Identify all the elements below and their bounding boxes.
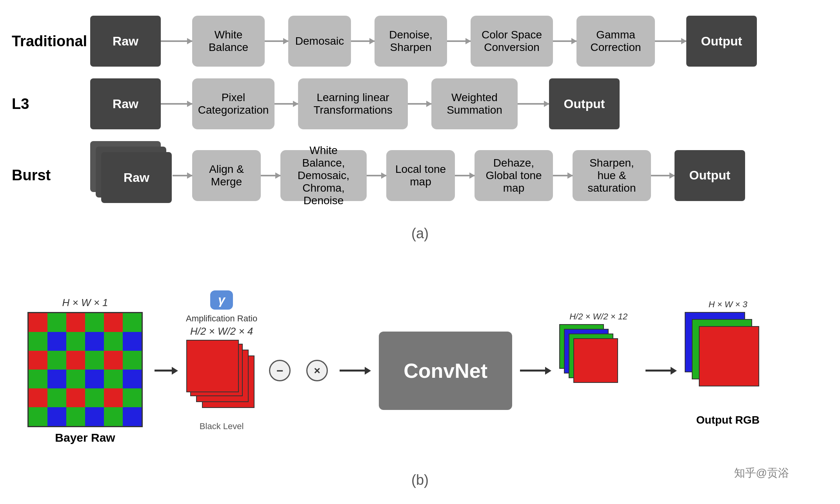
cell-rg-r1c6 bbox=[123, 313, 142, 332]
convnet-box: ConvNet bbox=[379, 332, 512, 410]
cell-rg-r1c1 bbox=[29, 313, 47, 332]
demosaic-box: Demosaic bbox=[288, 16, 351, 67]
color-space-box: Color SpaceConversion bbox=[471, 16, 553, 67]
out2-label: H × W × 3 bbox=[709, 299, 747, 310]
bayer-grid bbox=[27, 312, 143, 427]
cell-r3c1 bbox=[29, 351, 47, 370]
watermark: 知乎@贡浴 bbox=[734, 466, 789, 480]
arrow-1 bbox=[161, 40, 192, 42]
l3-arrow-2 bbox=[275, 103, 298, 105]
times-section: × bbox=[306, 360, 328, 381]
part-a-caption: (a) bbox=[12, 225, 828, 242]
arrow-out1-to-out2 bbox=[645, 367, 677, 375]
bayer-top-label: H × W × 1 bbox=[62, 297, 108, 309]
part-b-section: H × W × 1 bbox=[12, 254, 828, 492]
pixel-cat-box: PixelCategorization bbox=[192, 78, 275, 129]
arrow-line-1 bbox=[155, 370, 172, 372]
burst-arrow-5 bbox=[553, 175, 573, 176]
burst-stack: Raw bbox=[90, 141, 176, 210]
cell-r5c4 bbox=[85, 388, 104, 407]
times-op: × bbox=[306, 360, 328, 381]
burst-arrow-6 bbox=[651, 175, 675, 176]
cell-r4c4 bbox=[85, 370, 104, 388]
burst-stack-front: Raw bbox=[101, 152, 172, 203]
burst-arrow-1 bbox=[173, 175, 192, 176]
white-balance-box: WhiteBalance bbox=[192, 16, 265, 67]
arrow-head-4 bbox=[671, 367, 677, 375]
cell-r5c5 bbox=[104, 388, 123, 407]
arrow-line-3 bbox=[520, 370, 545, 372]
arrow-head-3 bbox=[545, 367, 551, 375]
arrow-4 bbox=[447, 40, 471, 42]
arrow-6 bbox=[655, 40, 686, 42]
cell-gb-r2c1 bbox=[29, 332, 47, 351]
arrow-line-2 bbox=[340, 370, 365, 372]
cell-r6c4 bbox=[85, 407, 104, 426]
amp-ratio-label: Amplification Ratio bbox=[186, 314, 257, 324]
out1-label: H/2 × W/2 × 12 bbox=[569, 312, 627, 322]
l3-arrow-1 bbox=[161, 103, 192, 105]
traditional-row: Traditional Raw WhiteBalance Demosaic De… bbox=[12, 16, 828, 67]
burst-arrow-2 bbox=[261, 175, 280, 176]
small-stack-top-label: H/2 × W/2 × 4 bbox=[190, 325, 253, 337]
diagram-b-container: H × W × 1 bbox=[12, 265, 828, 468]
cell-r5c2 bbox=[47, 388, 66, 407]
arrow-5 bbox=[553, 40, 576, 42]
burst-arrow-3 bbox=[367, 175, 386, 176]
weighted-sum-box: WeightedSummation bbox=[431, 78, 518, 129]
gamma-badge: γ bbox=[210, 290, 233, 310]
cell-r4c2 bbox=[47, 370, 66, 388]
arrow-line-4 bbox=[645, 370, 671, 372]
small-stack bbox=[186, 340, 257, 418]
traditional-raw-box: Raw bbox=[90, 16, 161, 67]
arrow-3 bbox=[351, 40, 375, 42]
burst-label: Burst bbox=[12, 167, 90, 184]
learning-linear-box: Learning linearTransformations bbox=[298, 78, 408, 129]
l3-raw-box: Raw bbox=[90, 78, 161, 129]
main-container: Traditional Raw WhiteBalance Demosaic De… bbox=[0, 0, 840, 500]
cell-rg-r1c4 bbox=[85, 313, 104, 332]
arrow-to-convnet bbox=[340, 367, 371, 375]
out2-stack bbox=[685, 312, 771, 410]
cell-r3c2 bbox=[47, 351, 66, 370]
out1-r-front bbox=[573, 338, 618, 383]
minus-op: − bbox=[269, 360, 291, 381]
denoise-sharpen-box: Denoise,Sharpen bbox=[375, 16, 447, 67]
burst-output-box: Output bbox=[675, 150, 745, 201]
wb-demosaic-box: White Balance,Demosaic,Chroma,Denoise bbox=[280, 150, 367, 201]
l3-output-box: Output bbox=[549, 78, 620, 129]
part-a-section: Traditional Raw WhiteBalance Demosaic De… bbox=[12, 8, 828, 254]
bayer-bottom-label: Bayer Raw bbox=[55, 431, 115, 444]
small-grid-back2 bbox=[186, 340, 239, 392]
align-merge-box: Align &Merge bbox=[192, 150, 261, 201]
output-stack1-section: H/2 × W/2 × 12 bbox=[559, 312, 638, 414]
burst-row: Burst Raw Align &Merge White Balance,Dem… bbox=[12, 141, 828, 210]
cell-r6c3 bbox=[66, 407, 85, 426]
bayer-raw-section: H × W × 1 bbox=[27, 297, 143, 444]
out2-r-front bbox=[699, 326, 759, 386]
cell-gb-r2c4 bbox=[85, 332, 104, 351]
burst-arrow-4 bbox=[455, 175, 475, 176]
cell-r6c1 bbox=[29, 407, 47, 426]
cell-r3c6 bbox=[123, 351, 142, 370]
l3-row: L3 Raw PixelCategorization Learning line… bbox=[12, 78, 828, 129]
arrow-bayer-to-stack bbox=[155, 367, 178, 375]
cell-gb-r2c3 bbox=[66, 332, 85, 351]
small-stack-section: γ Amplification Ratio H/2 × W/2 × 4 bbox=[186, 290, 257, 431]
cell-r5c3 bbox=[66, 388, 85, 407]
arrow-2 bbox=[265, 40, 288, 42]
cell-r4c6 bbox=[123, 370, 142, 388]
cell-r3c5 bbox=[104, 351, 123, 370]
arrow-head-2 bbox=[365, 367, 371, 375]
traditional-output-box: Output bbox=[686, 16, 757, 67]
cell-r4c1 bbox=[29, 370, 47, 388]
cell-r4c3 bbox=[66, 370, 85, 388]
l3-arrow-3 bbox=[408, 103, 431, 105]
output-stack2-section: H × W × 3 bbox=[685, 299, 771, 426]
cell-r5c6 bbox=[123, 388, 142, 407]
cell-r3c4 bbox=[85, 351, 104, 370]
cell-r5c1 bbox=[29, 388, 47, 407]
out1-stack bbox=[559, 324, 638, 414]
cell-gb-r2c2 bbox=[47, 332, 66, 351]
output-rgb-label: Output RGB bbox=[696, 414, 760, 426]
